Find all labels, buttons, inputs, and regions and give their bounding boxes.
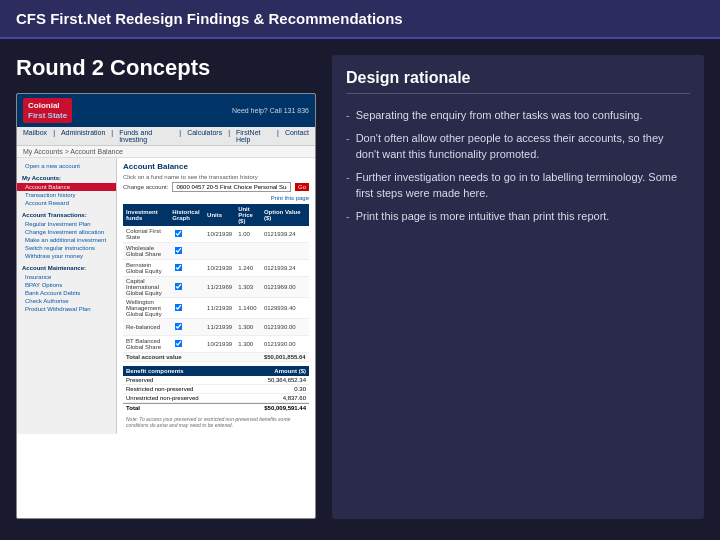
col-investment-funds: Investment funds: [123, 204, 169, 226]
col-unit-price: Unit Price ($): [235, 204, 261, 226]
rationale-text-2: Don't often allow other people to access…: [356, 131, 690, 162]
nav-mailbox[interactable]: Mailbox: [23, 129, 47, 143]
header-title: CFS First.Net Redesign Findings & Recomm…: [16, 10, 403, 27]
table-row: Colonial First State 10/21939 1.00 01219…: [123, 226, 309, 243]
nav-calculators[interactable]: Calculators: [187, 129, 222, 143]
rationale-title: Design rationale: [346, 69, 690, 94]
screenshot-preview: ColonialFirst State Need help? Call 131 …: [16, 93, 316, 519]
sidebar-account-balance[interactable]: Account Balance: [17, 183, 116, 191]
bullet-2: -: [346, 132, 350, 144]
sidebar-section-maintenance: Account Maintenance:: [17, 263, 116, 273]
sidebar-transaction-history[interactable]: Transaction history: [17, 191, 116, 199]
sidebar-regular-investment[interactable]: Regular Investment Plan: [17, 220, 116, 228]
rationale-item-2: - Don't often allow other people to acce…: [346, 131, 690, 162]
nav-administration[interactable]: Administration: [61, 129, 105, 143]
rationale-item-1: - Separating the enquiry from other task…: [346, 108, 690, 123]
table-row: Wholesale Global Share: [123, 243, 309, 260]
right-panel: Design rationale - Separating the enquir…: [332, 55, 704, 519]
table-row: Capital International Global Equity 11/2…: [123, 277, 309, 298]
table-row: BT Balanced Global Share 10/21939 1.300 …: [123, 336, 309, 353]
table-row: Wellington Management Global Equity 11/2…: [123, 298, 309, 319]
page-header: CFS First.Net Redesign Findings & Recomm…: [0, 0, 720, 39]
left-panel: Round 2 Concepts ColonialFirst State Nee…: [16, 55, 316, 519]
nav-contact[interactable]: Contact: [285, 129, 309, 143]
sidebar-check-authorise[interactable]: Check Authorise: [17, 297, 116, 305]
table-row: Bernstein Global Equity 10/21939 1.240 0…: [123, 260, 309, 277]
sidebar-regular-instructions[interactable]: Switch regular instructions: [17, 244, 116, 252]
col-historical-graph: Historical Graph: [169, 204, 204, 226]
sidebar-change-investment[interactable]: Change Investment allocation: [17, 228, 116, 236]
nav-funds[interactable]: Funds and Investing: [119, 129, 173, 143]
print-page-link[interactable]: Print this page: [123, 195, 309, 201]
rationale-item-3: - Further investigation needs to go in t…: [346, 170, 690, 201]
site-sidebar: Open a new account My Accounts: Account …: [17, 158, 117, 434]
site-nav: Mailbox | Administration | Funds and Inv…: [17, 127, 315, 146]
site-body: Open a new account My Accounts: Account …: [17, 158, 315, 434]
benefit-unrestricted: Unrestricted non-preserved 4,837.60: [123, 394, 309, 403]
round-title: Round 2 Concepts: [16, 55, 316, 81]
sidebar-account-reward[interactable]: Account Reward: [17, 199, 116, 207]
sidebar-open-account[interactable]: Open a new account: [17, 162, 116, 170]
benefit-preserved: Preserved 50,364,652.34: [123, 376, 309, 385]
table-row: Re-balanced 11/21939 1.300 0121930.00: [123, 319, 309, 336]
benefit-section: Benefit components Amount ($) Preserved …: [123, 366, 309, 412]
rationale-text-1: Separating the enquiry from other tasks …: [356, 108, 643, 123]
change-account-label: Change account:: [123, 184, 168, 190]
sidebar-additional-investment[interactable]: Make an additional investment: [17, 236, 116, 244]
bullet-1: -: [346, 109, 350, 121]
rationale-text-3: Further investigation needs to go in to …: [356, 170, 690, 201]
site-help-text: Need help? Call 131 836: [232, 107, 309, 114]
benefit-header: Benefit components Amount ($): [123, 366, 309, 376]
table-total-row: Total account value $50,001,855.64: [123, 353, 309, 362]
benefit-total: Total $50,009,591.44: [123, 403, 309, 412]
col-units: Units: [204, 204, 235, 226]
go-button[interactable]: Go: [295, 183, 309, 191]
footer-note: Note: To access your preserved or restri…: [123, 414, 309, 430]
col-option-value: Option Value ($): [261, 204, 309, 226]
sidebar-section-transactions: Account Transactions:: [17, 210, 116, 220]
benefit-restricted: Restricted non-preserved 0.30: [123, 385, 309, 394]
sidebar-withdraw[interactable]: Withdraw your money: [17, 252, 116, 260]
account-balance-header: Account Balance: [123, 162, 309, 171]
rationale-text-4: Print this page is more intuitive than p…: [356, 209, 610, 224]
investment-table: Investment funds Historical Graph Units …: [123, 204, 309, 362]
rationale-item-4: - Print this page is more intuitive than…: [346, 209, 690, 224]
site-logo: ColonialFirst State: [23, 98, 72, 123]
sidebar-insurance[interactable]: Insurance: [17, 273, 116, 281]
bullet-4: -: [346, 210, 350, 222]
sidebar-section-myaccounts: My Accounts:: [17, 173, 116, 183]
sidebar-bank-debits[interactable]: Bank Account Debits: [17, 289, 116, 297]
bullet-3: -: [346, 171, 350, 183]
change-account-row: Change account: Go: [123, 182, 309, 192]
nav-firstnet-help[interactable]: FirstNet Help: [236, 129, 271, 143]
main-content: Round 2 Concepts ColonialFirst State Nee…: [0, 39, 720, 535]
account-subtext: Click on a fund name to see the transact…: [123, 174, 309, 180]
sidebar-bpay[interactable]: BPAY Options: [17, 281, 116, 289]
site-breadcrumb: My Accounts > Account Balance: [17, 146, 315, 158]
site-main-area: Account Balance Click on a fund name to …: [117, 158, 315, 434]
site-header: ColonialFirst State Need help? Call 131 …: [17, 94, 315, 127]
sidebar-withdrawal-plan[interactable]: Product Withdrawal Plan: [17, 305, 116, 313]
change-account-input[interactable]: [172, 182, 291, 192]
